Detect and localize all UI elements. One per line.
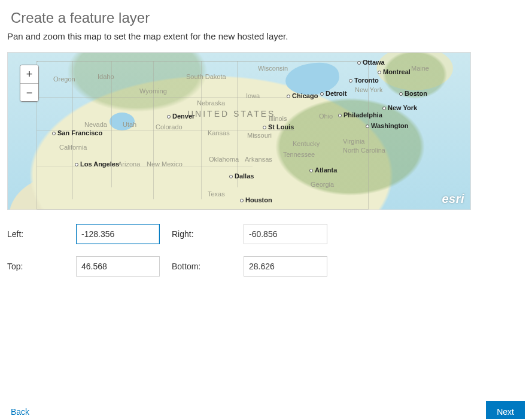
label-oregon: Oregon: [53, 75, 75, 83]
label-kansas: Kansas: [208, 129, 230, 136]
city-boston: Boston: [399, 90, 427, 97]
label-ohio: Ohio: [319, 113, 333, 120]
city-dallas: Dallas: [229, 172, 254, 180]
bottom-label: Bottom:: [172, 262, 244, 271]
left-label: Left:: [7, 229, 76, 239]
city-washington: Washington: [366, 122, 409, 129]
label-new-mexico: New Mexico: [147, 160, 183, 168]
city-atlanta: Atlanta: [309, 166, 337, 174]
label-north-carolina: North Carolina: [343, 147, 385, 154]
label-south-dakota: South Dakota: [186, 73, 226, 80]
label-iowa: Iowa: [246, 92, 260, 99]
page-title: Create a feature layer: [11, 10, 525, 26]
bottom-input[interactable]: [244, 256, 327, 277]
label-arizona: Arizona: [118, 160, 140, 168]
label-oklahoma: Oklahoma: [209, 156, 239, 163]
right-input[interactable]: [244, 224, 327, 244]
city-st-louis: St Louis: [263, 123, 294, 130]
city-los-angeles: Los Angeles: [75, 160, 119, 168]
label-maine: Maine: [411, 65, 429, 72]
label-nebraska: Nebraska: [197, 99, 225, 107]
city-new-york: New York: [382, 104, 417, 111]
label-wisconsin: Wisconsin: [258, 65, 288, 72]
zoom-control: + −: [20, 65, 39, 102]
top-input[interactable]: [76, 256, 160, 277]
label-virginia: Virginia: [343, 138, 365, 145]
wizard-footer: Back Next: [7, 401, 525, 419]
label-wyoming: Wyoming: [139, 87, 167, 95]
label-tennessee: Tennessee: [283, 151, 315, 158]
label-missouri: Missouri: [247, 132, 272, 139]
city-toronto: Toronto: [349, 77, 379, 84]
extent-form: Left: Right: Top: Bottom:: [7, 223, 525, 277]
label-new-york-state: New York: [355, 86, 382, 93]
label-texas: Texas: [208, 190, 225, 198]
city-montreal: Montreal: [378, 68, 411, 75]
city-detroit: Detroit: [320, 90, 346, 97]
city-philadelphia: Philadelphia: [338, 111, 382, 119]
zoom-in-button[interactable]: +: [20, 65, 38, 83]
back-button[interactable]: Back: [7, 403, 33, 419]
top-label: Top:: [7, 262, 76, 271]
label-colorado: Colorado: [156, 123, 183, 130]
label-california: California: [59, 144, 87, 151]
city-denver: Denver: [167, 113, 194, 120]
left-input[interactable]: [76, 224, 160, 244]
city-houston: Houston: [240, 196, 272, 204]
label-arkansas: Arkansas: [245, 156, 272, 163]
zoom-out-button[interactable]: −: [20, 83, 38, 101]
label-kentucky: Kentucky: [293, 140, 320, 147]
map-canvas[interactable]: Oregon Idaho Wyoming South Dakota Wiscon…: [7, 52, 471, 210]
map-attribution: esri: [442, 192, 464, 206]
right-label: Right:: [172, 229, 244, 239]
label-idaho: Idaho: [98, 73, 114, 80]
instructions-text: Pan and zoom this map to set the map ext…: [7, 31, 525, 41]
label-utah: Utah: [123, 121, 136, 128]
label-georgia: Georgia: [311, 181, 334, 188]
city-san-francisco: San Francisco: [52, 129, 102, 136]
city-chicago: Chicago: [287, 92, 318, 99]
label-united-states: UNITED STATES: [187, 109, 275, 119]
label-nevada: Nevada: [84, 121, 107, 128]
city-ottawa: Ottawa: [357, 59, 385, 66]
next-button[interactable]: Next: [486, 401, 525, 419]
